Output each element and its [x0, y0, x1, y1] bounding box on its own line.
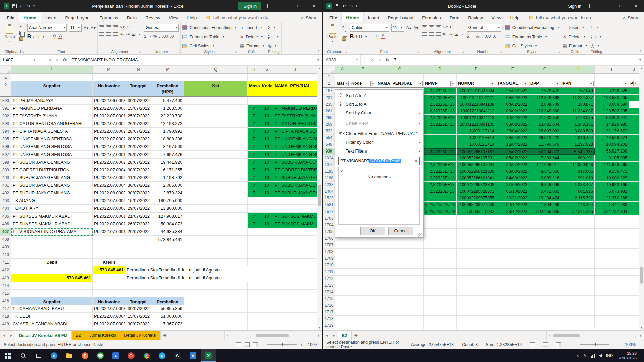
cell[interactable]: [595, 302, 629, 309]
cell[interactable]: [629, 309, 639, 316]
row-header[interactable]: 395: [0, 135, 11, 143]
filter-dropdown-icon[interactable]: ▾: [589, 81, 594, 86]
cell[interactable]: PPnBM▾: [629, 80, 639, 87]
cell[interactable]: [496, 255, 529, 262]
row-header[interactable]: 392: [0, 112, 11, 120]
cell[interactable]: [350, 282, 376, 289]
font-dialog-launcher-icon[interactable]: ↘: [417, 51, 419, 54]
sort-filter-button[interactable]: AZ↓▾: [591, 33, 601, 40]
cell[interactable]: [457, 296, 496, 302]
vertical-scrollbar[interactable]: ▴ ▾: [639, 66, 644, 330]
cell[interactable]: [260, 320, 273, 328]
font-name-combo[interactable]: Calibri▾: [350, 24, 389, 32]
cell[interactable]: Debit: [11, 259, 93, 266]
cell[interactable]: [496, 262, 529, 269]
cell[interactable]: [273, 259, 317, 266]
cell[interactable]: [184, 97, 248, 105]
increase-indent-icon[interactable]: ⇥: [449, 32, 452, 37]
filter-dropdown-icon[interactable]: ▾: [623, 81, 628, 86]
cell[interactable]: [629, 255, 639, 262]
row-header[interactable]: 1024: [323, 155, 335, 162]
cell[interactable]: 10.933.166: [595, 182, 629, 188]
cell[interactable]: 28.087.092: [529, 128, 561, 135]
find-select-button[interactable]: ◎▾: [591, 42, 601, 49]
cell[interactable]: [561, 235, 595, 242]
row-header[interactable]: 391: [0, 105, 11, 112]
cell[interactable]: [561, 276, 595, 282]
row-header[interactable]: 396: [0, 143, 11, 151]
cell[interactable]: 11.796.579: [529, 141, 561, 148]
cell[interactable]: 30/07/2022: [125, 166, 151, 174]
align-middle-icon[interactable]: [106, 25, 111, 29]
cell[interactable]: 8.197.500: [151, 143, 184, 151]
cell[interactable]: [496, 249, 529, 255]
new-sheet-button[interactable]: ⊕: [352, 331, 360, 340]
pen-icon[interactable]: ✎: [583, 353, 587, 358]
cell[interactable]: [424, 322, 457, 329]
cell[interactable]: 10: [260, 166, 273, 174]
find-select-button[interactable]: ◎▾: [268, 42, 279, 49]
horizontal-scrollbar[interactable]: ◂ ▸: [224, 331, 322, 340]
cell[interactable]: [273, 328, 317, 330]
cell[interactable]: 2,32326E+13: [424, 101, 457, 108]
cell[interactable]: [248, 74, 260, 81]
cell[interactable]: 6.073.981: [595, 188, 629, 195]
increase-decimal-icon[interactable]: .00: [162, 34, 168, 39]
cell[interactable]: [350, 255, 376, 262]
cell[interactable]: No Invoice: [93, 297, 125, 305]
cell[interactable]: [424, 296, 457, 302]
cell[interactable]: [248, 320, 260, 328]
cell[interactable]: [11, 282, 93, 290]
cell[interactable]: [184, 151, 248, 159]
cell[interactable]: [457, 235, 496, 242]
row-header[interactable]: 265: [323, 115, 335, 121]
cell[interactable]: 7: [248, 135, 260, 143]
filter-dropdown-icon[interactable]: ▾: [450, 81, 455, 86]
row-header[interactable]: 2: [0, 81, 11, 96]
conditional-formatting-button[interactable]: Conditional Formatting▾: [182, 24, 236, 31]
cell[interactable]: [529, 242, 561, 249]
cell[interactable]: [335, 276, 350, 282]
cell[interactable]: [93, 274, 125, 282]
cell[interactable]: [273, 243, 317, 251]
cell[interactable]: 1,00012E+14: [457, 128, 496, 135]
cell[interactable]: 10: [260, 151, 273, 159]
cell[interactable]: 803.291: [561, 155, 595, 162]
cell[interactable]: [457, 309, 496, 316]
cell[interactable]: [629, 296, 639, 302]
cell[interactable]: 51.000.000: [151, 313, 184, 320]
cell[interactable]: 12.193.272: [151, 120, 184, 128]
cell[interactable]: [335, 309, 350, 316]
cell[interactable]: 14.829.985: [595, 121, 629, 128]
cell[interactable]: 10: [260, 174, 273, 182]
font-color-icon[interactable]: A: [58, 34, 62, 39]
steam-icon[interactable]: S: [170, 349, 185, 362]
cell[interactable]: -: [11, 266, 93, 274]
cell[interactable]: [496, 242, 529, 249]
autosum-button[interactable]: Σ▾: [591, 24, 601, 31]
cell[interactable]: [496, 316, 529, 322]
share-button[interactable]: ↗ Share: [300, 15, 318, 20]
cell[interactable]: 03/08/2022: [496, 168, 529, 175]
cell[interactable]: 30/07/2022: [125, 305, 151, 313]
cell[interactable]: 24.670.875: [151, 328, 184, 330]
cell[interactable]: 10: [260, 112, 273, 120]
tell-me-box[interactable]: Tell me what you want to do: [529, 15, 591, 22]
cell[interactable]: [529, 262, 561, 269]
filter-dropdown-icon[interactable]: ▾: [370, 81, 375, 86]
cell[interactable]: [350, 322, 376, 329]
cell[interactable]: [260, 74, 273, 81]
cell[interactable]: 10: [260, 143, 273, 151]
cell[interactable]: [248, 328, 260, 330]
cell[interactable]: 1.083.467: [561, 182, 595, 188]
cell[interactable]: [424, 262, 457, 269]
cell[interactable]: [125, 74, 151, 81]
insert-button[interactable]: ＋Insert▾: [240, 24, 264, 31]
cell[interactable]: [184, 197, 248, 205]
ribbon-tab-insert[interactable]: Insert: [41, 13, 61, 22]
cell[interactable]: 7: [248, 174, 260, 182]
cell[interactable]: [424, 141, 457, 148]
cell[interactable]: PT SUBUR JAYA GEM: [273, 174, 317, 182]
telegram-icon[interactable]: ▸: [154, 349, 170, 362]
cell[interactable]: [350, 276, 376, 282]
